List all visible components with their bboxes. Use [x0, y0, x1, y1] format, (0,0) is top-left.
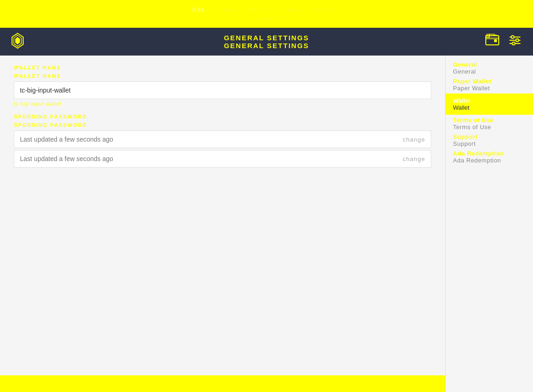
left-panel: WALLET NAME WALLET NAME tc big input wal… [0, 56, 445, 392]
password-input-2[interactable] [14, 150, 397, 167]
spending-password-label2: SPENDING PASSWORD [14, 122, 431, 128]
sidebar-support-top: Support [453, 133, 526, 140]
wallet-name-label2: WALLET NAME [14, 73, 431, 79]
change-button-2[interactable]: change [397, 151, 431, 167]
svg-point-14 [516, 39, 519, 42]
sidebar-wallet-bottom: Wallet [453, 104, 526, 111]
top-banner: Ada · · · · · · · · · · · · · · · · · · … [0, 0, 533, 28]
logo [9, 32, 26, 51]
navbar-title-sub: GENERAL SETTINGS [224, 42, 309, 50]
settings-nav-button[interactable] [506, 31, 524, 52]
sidebar-general-top: General [453, 61, 526, 68]
sidebar-paper-wallet-bottom: Paper Wallet [453, 85, 526, 92]
password-row-2: change [14, 150, 431, 168]
wallet-name-hint: tc big input wallet [14, 101, 431, 106]
logo-icon [9, 32, 26, 51]
top-banner-text2: · · · · · · · · · [248, 14, 285, 23]
sidebar-terms-top: Terms of Use [453, 117, 526, 124]
right-sidebar: General General Paper Wallet Paper Walle… [445, 56, 533, 392]
save-bar[interactable] [0, 375, 445, 392]
navbar: GENERAL SETTINGS GENERAL SETTINGS [0, 28, 533, 56]
password-input-1[interactable] [14, 131, 397, 148]
wallet-name-input[interactable] [14, 81, 431, 99]
sidebar-item-general[interactable]: General General [446, 60, 533, 76]
sidebar-item-wallet[interactable]: Wallet Wallet [446, 93, 533, 115]
change-button-1[interactable]: change [397, 131, 431, 148]
sidebar-paper-wallet-top: Paper Wallet [453, 78, 526, 85]
sidebar-item-paper-wallet[interactable]: Paper Wallet Paper Wallet [446, 77, 533, 93]
svg-rect-5 [494, 39, 497, 42]
sidebar-wallet-top: Wallet [453, 97, 526, 104]
sidebar-ada-bottom: Ada Redemption [453, 157, 526, 164]
svg-point-16 [512, 42, 515, 45]
sidebar-terms-bottom: Terms of Use [453, 124, 526, 131]
navbar-icons [483, 31, 524, 52]
navbar-title: GENERAL SETTINGS GENERAL SETTINGS [224, 34, 309, 50]
top-banner-text: Ada · · · · · · · · · · · · · · · · · · … [192, 5, 341, 14]
svg-marker-2 [15, 37, 20, 44]
spending-password-label: SPENDING PASSWORD [14, 114, 431, 119]
sidebar-general-bottom: General [453, 68, 526, 75]
password-row-1: change [14, 131, 431, 148]
sidebar-ada-top: Ada Redemption [453, 150, 526, 157]
sidebar-support-bottom: Support [453, 140, 526, 147]
spending-password-section: SPENDING PASSWORD SPENDING PASSWORD chan… [14, 114, 431, 168]
sidebar-item-ada-redemption[interactable]: Ada Redemption Ada Redemption [446, 149, 533, 165]
navbar-title-main: GENERAL SETTINGS [224, 34, 309, 42]
sidebar-item-terms[interactable]: Terms of Use Terms of Use [446, 116, 533, 131]
svg-point-12 [511, 36, 514, 38]
sidebar-item-support[interactable]: Support Support [446, 132, 533, 148]
wallet-name-label: WALLET NAME [14, 65, 431, 70]
wallet-nav-button[interactable] [483, 31, 502, 52]
main-content: WALLET NAME WALLET NAME tc big input wal… [0, 56, 533, 392]
